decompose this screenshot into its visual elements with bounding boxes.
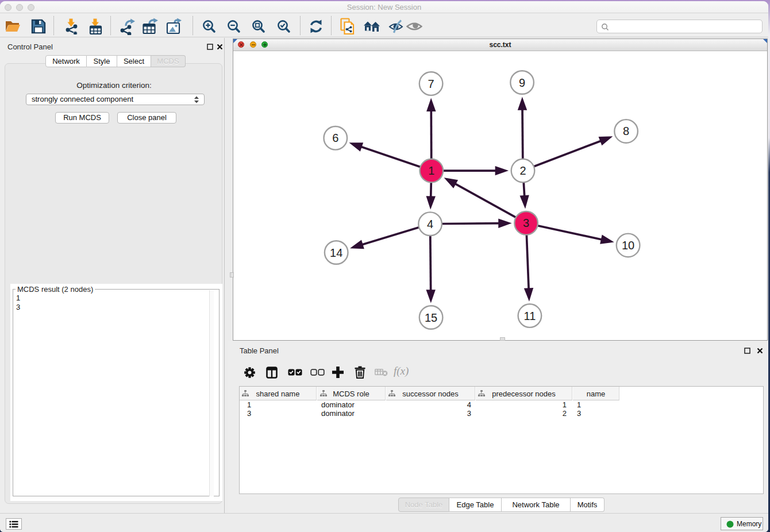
svg-text:7: 7 bbox=[428, 78, 434, 90]
svg-text:6: 6 bbox=[332, 132, 338, 144]
svg-text:8: 8 bbox=[623, 125, 629, 137]
svg-text:4: 4 bbox=[427, 218, 433, 230]
svg-text:11: 11 bbox=[524, 310, 536, 322]
svg-text:15: 15 bbox=[425, 311, 437, 324]
svg-text:2: 2 bbox=[519, 164, 526, 177]
svg-text:14: 14 bbox=[330, 246, 342, 259]
svg-text:3: 3 bbox=[523, 217, 529, 229]
svg-text:10: 10 bbox=[622, 239, 634, 252]
svg-text:9: 9 bbox=[519, 76, 525, 89]
svg-text:1: 1 bbox=[428, 164, 434, 177]
